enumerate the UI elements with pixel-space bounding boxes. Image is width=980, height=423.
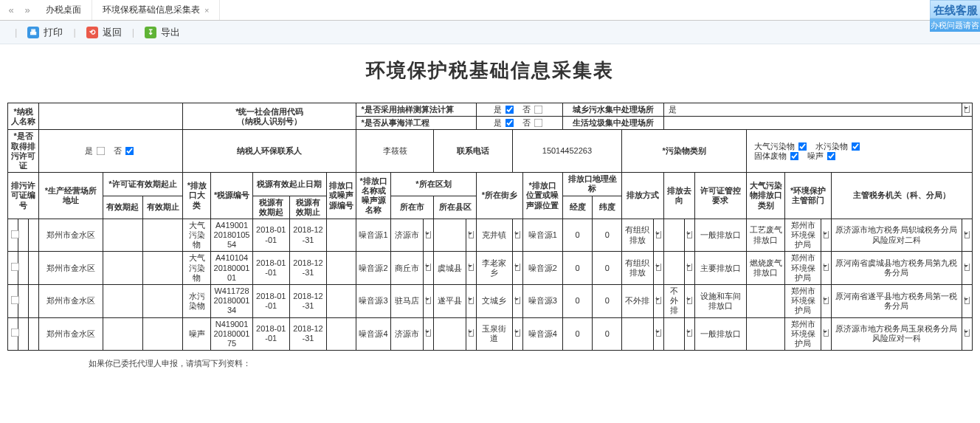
cell-county[interactable] — [433, 219, 466, 252]
cell[interactable] — [142, 252, 182, 285]
dir-dd[interactable] — [684, 317, 694, 351]
cell-req[interactable]: 一般排放口 — [694, 317, 746, 351]
cell-org[interactable]: 原济源市地方税务局轵城税务分局风险应对二科 — [831, 219, 962, 252]
cell-town[interactable]: 克井镇 — [477, 219, 512, 252]
mode-dd[interactable] — [653, 285, 663, 318]
cell-cat[interactable]: 水污染物 — [183, 285, 211, 318]
tab-desktop[interactable]: 办税桌面 — [35, 0, 92, 20]
tab-nav-right[interactable]: » — [19, 0, 35, 20]
dir-dd[interactable] — [684, 252, 694, 285]
cell-src[interactable]: A4101042018000101 — [211, 252, 252, 285]
cell-addr[interactable]: 郑州市金水区 — [39, 219, 103, 252]
cell-req[interactable]: 设施和车间排放口 — [694, 285, 746, 318]
cell-src[interactable]: N4190012018000175 — [211, 317, 252, 351]
cat-water-checkbox[interactable] — [852, 142, 860, 151]
cell[interactable] — [327, 219, 356, 252]
cell-at[interactable] — [747, 285, 785, 318]
town-dd[interactable] — [512, 285, 522, 318]
permit-no-checkbox[interactable] — [125, 147, 134, 156]
cell-end[interactable]: 2018-12-31 — [289, 252, 326, 285]
cell-name[interactable]: 噪音源2 — [356, 252, 390, 285]
cell-city[interactable]: 济源市 — [390, 219, 423, 252]
cell-start[interactable]: 2018-01-01 — [252, 252, 289, 285]
cell-req[interactable]: 主要排放口 — [694, 252, 746, 285]
cell-town[interactable]: 文城乡 — [477, 285, 512, 318]
cell-at[interactable]: 燃烧废气排放口 — [747, 252, 785, 285]
cell-at[interactable]: 工艺废气排放口 — [747, 219, 785, 252]
cell-city[interactable]: 济源市 — [390, 317, 423, 351]
cell-name[interactable]: 噪音源3 — [356, 285, 390, 318]
close-icon[interactable]: × — [204, 6, 209, 15]
cell-lon[interactable]: 0 — [562, 219, 592, 252]
org-dd[interactable] — [962, 252, 972, 285]
cell[interactable] — [103, 252, 142, 285]
mode-dd[interactable] — [653, 252, 663, 285]
cell-lat[interactable]: 0 — [593, 252, 622, 285]
dir-dd[interactable] — [684, 285, 694, 318]
cell-pos[interactable]: 噪音源3 — [522, 285, 562, 318]
cell-cat[interactable]: 大气污染物 — [183, 252, 211, 285]
cell[interactable] — [327, 317, 356, 351]
sewage-plant-dd[interactable] — [962, 103, 972, 117]
cell-org[interactable]: 原河南省遂平县地方税务局第一税务分局 — [831, 285, 962, 318]
cell-mode[interactable] — [622, 317, 653, 351]
cell-dir[interactable] — [663, 317, 684, 351]
cell-dir[interactable] — [663, 219, 684, 252]
cell-src[interactable]: A4190012018010554 — [211, 219, 252, 252]
cell-end[interactable]: 2018-12-31 — [289, 219, 326, 252]
cell[interactable] — [327, 285, 356, 318]
cell-req[interactable]: 一般排放口 — [694, 219, 746, 252]
cell-mode[interactable]: 不外排 — [622, 285, 653, 318]
cell-name[interactable]: 噪音源1 — [356, 219, 390, 252]
row-checkbox[interactable] — [11, 295, 20, 304]
cell-pos[interactable]: 噪音源1 — [522, 219, 562, 252]
cell[interactable] — [29, 317, 39, 351]
cell-addr[interactable]: 郑州市金水区 — [39, 317, 103, 351]
export-button[interactable]: ↧导出 — [142, 24, 183, 41]
cell-lat[interactable]: 0 — [593, 285, 622, 318]
row-checkbox[interactable] — [11, 230, 20, 238]
taxpayer-name-field[interactable] — [39, 103, 183, 130]
cell-addr[interactable]: 郑州市金水区 — [39, 252, 103, 285]
cell-cat[interactable]: 噪声 — [183, 317, 211, 351]
cell-end[interactable]: 2018-12-31 — [289, 317, 326, 351]
city-dd[interactable] — [423, 285, 433, 318]
print-button[interactable]: 🖶打印 — [24, 24, 66, 41]
town-dd[interactable] — [512, 317, 522, 351]
cell-lat[interactable]: 0 — [593, 317, 622, 351]
cell-county[interactable]: 虞城县 — [433, 252, 466, 285]
tab-nav-left[interactable]: « — [3, 0, 19, 20]
cell[interactable] — [29, 252, 39, 285]
cat-solid-checkbox[interactable] — [790, 151, 799, 160]
cell[interactable] — [142, 285, 182, 318]
cell-town[interactable]: 李老家乡 — [477, 252, 512, 285]
cell-at[interactable] — [747, 317, 785, 351]
county-dd[interactable] — [466, 317, 477, 351]
cat-air-checkbox[interactable] — [798, 142, 807, 151]
mode-dd[interactable] — [653, 219, 663, 252]
county-dd[interactable] — [466, 252, 477, 285]
cell[interactable] — [103, 317, 142, 351]
org-dd[interactable] — [962, 285, 972, 318]
cell-src[interactable]: W4117282018000134 — [211, 285, 252, 318]
back-button[interactable]: ⟲返回 — [83, 24, 125, 41]
cell-name[interactable]: 噪音源4 — [356, 317, 390, 351]
dept-dd[interactable] — [821, 219, 831, 252]
county-dd[interactable] — [466, 219, 477, 252]
cell-start[interactable]: 2018-01-01 — [252, 285, 289, 318]
cell-dept[interactable]: 郑州市环境保护局 — [785, 317, 821, 351]
org-dd[interactable] — [962, 317, 972, 351]
cell[interactable] — [29, 219, 39, 252]
waste-plant-field[interactable] — [663, 117, 972, 130]
cell[interactable] — [327, 252, 356, 285]
cell-addr[interactable]: 郑州市金水区 — [39, 285, 103, 318]
contact-person-field[interactable]: 李筱筱 — [356, 130, 434, 173]
cell-mode[interactable]: 有组织排放 — [622, 219, 653, 252]
dept-dd[interactable] — [821, 285, 831, 318]
cell-pos[interactable]: 噪音源4 — [522, 317, 562, 351]
cell-lon[interactable]: 0 — [562, 252, 592, 285]
cell-mode[interactable]: 有组织排放 — [622, 252, 653, 285]
online-service[interactable]: 在线客服 办税问题请咨 — [930, 0, 980, 32]
cell-end[interactable]: 2018-12-31 — [289, 285, 326, 318]
mode-dd[interactable] — [653, 317, 663, 351]
